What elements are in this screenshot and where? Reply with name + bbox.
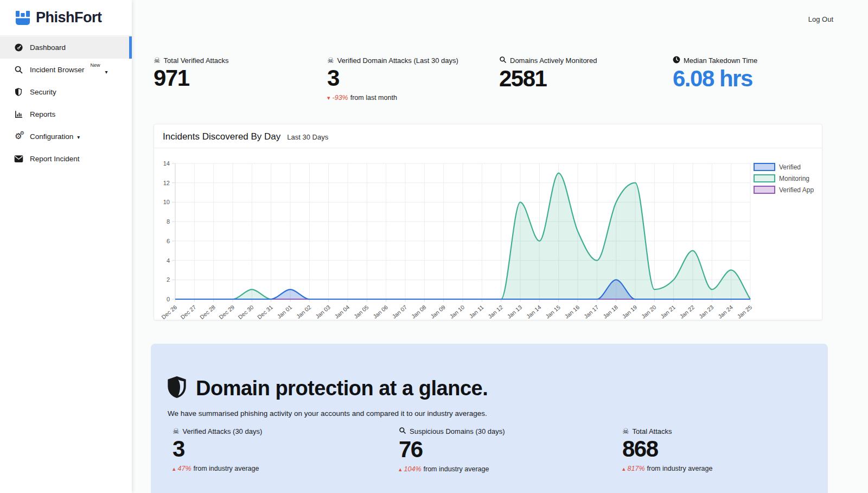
x-axis-label: Jan 01 xyxy=(276,304,293,320)
x-axis-label: Jan 19 xyxy=(621,304,638,320)
stat-label: Suspicious Domains (30 days) xyxy=(410,427,505,435)
x-axis-label: Jan 05 xyxy=(353,304,370,320)
bar-chart-icon xyxy=(14,110,23,119)
x-axis-label: Dec 30 xyxy=(237,304,254,320)
stat-value: 3 xyxy=(173,437,262,461)
delta-percent: 104% xyxy=(404,465,422,473)
gears-icon: ⚙⚙ xyxy=(14,132,23,141)
sidebar-nav: Dashboard Incident Browser New ▾ Securit… xyxy=(0,36,132,170)
shield-icon xyxy=(166,375,188,401)
y-axis-label: 2 xyxy=(167,276,170,283)
legend-label: Verified App xyxy=(779,186,814,194)
stat-label: Total Attacks xyxy=(633,427,672,435)
x-axis-label: Jan 09 xyxy=(429,304,446,320)
stat-value: 3 xyxy=(327,66,458,90)
clock-icon xyxy=(673,56,680,65)
x-axis-label: Jan 03 xyxy=(314,304,331,320)
phishfort-castle-icon xyxy=(14,9,31,27)
stat-delta: ▴ 817% from industry average xyxy=(622,465,712,472)
stat-label: Verified Attacks (30 days) xyxy=(183,427,263,435)
sidebar-item-label: Reports xyxy=(30,110,55,118)
stat-label: Total Verified Attacks xyxy=(164,56,229,65)
sidebar-item-label: Incident Browser xyxy=(30,66,85,74)
skull-icon: ☠ xyxy=(327,56,334,65)
glance-title: Domain protection at a glance. xyxy=(196,377,488,400)
skull-icon: ☠ xyxy=(173,427,180,435)
x-axis-label: Jan 07 xyxy=(391,304,408,320)
x-axis-label: Dec 27 xyxy=(179,304,197,320)
x-axis-label: Jan 23 xyxy=(698,304,715,320)
incidents-chart: 02468101214Dec 26Dec 27Dec 28Dec 29Dec 3… xyxy=(154,148,823,321)
delta-text: from industry average xyxy=(194,465,259,472)
chart-header: Incidents Discovered By Day Last 30 Days xyxy=(154,124,822,148)
logo[interactable]: PhishFort xyxy=(0,0,132,36)
sidebar-item-incident-browser[interactable]: Incident Browser New ▾ xyxy=(0,59,132,81)
legend-label: Monitoring xyxy=(779,175,809,182)
up-caret-icon: ▴ xyxy=(173,466,176,472)
sidebar-item-report-incident[interactable]: Report Incident xyxy=(0,148,132,170)
delta-percent: 817% xyxy=(628,465,645,472)
sidebar-item-label: Dashboard xyxy=(30,43,66,52)
x-axis-label: Jan 18 xyxy=(602,304,619,320)
search-icon xyxy=(499,56,507,65)
chevron-down-icon[interactable]: ▾ xyxy=(105,69,108,75)
main-content: Log Out ☠Total Verified Attacks 971 ☠Ver… xyxy=(132,0,868,493)
stat-value: 6.08 hrs xyxy=(673,67,757,91)
sidebar-item-configuration[interactable]: ⚙⚙ Configuration ▾ xyxy=(0,125,132,148)
sidebar-item-label: Security xyxy=(30,88,56,96)
stat-total-attacks: ☠Total Attacks 868 ▴ 817% from industry … xyxy=(622,427,712,472)
gauge-icon xyxy=(14,43,23,52)
x-axis-label: Jan 22 xyxy=(678,304,695,320)
legend-swatch xyxy=(754,163,775,170)
chevron-down-icon: ▾ xyxy=(77,134,80,140)
stat-label: Verified Domain Attacks (Last 30 days) xyxy=(337,56,458,65)
x-axis-label: Jan 25 xyxy=(736,304,753,320)
x-axis-label: Jan 14 xyxy=(525,304,542,320)
stat-median-takedown-time: Median Takedown Time 6.08 hrs xyxy=(673,56,757,91)
delta-text: from last month xyxy=(350,94,397,102)
stat-verified-attacks-30d: ☠Verified Attacks (30 days) 3 ▴ 47% from… xyxy=(173,427,262,472)
x-axis-label: Jan 04 xyxy=(333,304,350,320)
search-icon xyxy=(399,427,406,436)
glance-subtitle: We have summarised phishing activity on … xyxy=(168,409,487,418)
sidebar-item-security[interactable]: Security xyxy=(0,81,132,103)
legend-item-verified[interactable]: Verified xyxy=(754,163,801,171)
x-axis-label: Jan 20 xyxy=(640,304,658,320)
x-axis-label: Jan 08 xyxy=(410,304,427,320)
sidebar-item-label: Report Incident xyxy=(30,155,80,163)
x-axis-label: Jan 11 xyxy=(468,304,484,319)
stat-total-verified-attacks: ☠Total Verified Attacks 971 xyxy=(154,56,229,90)
legend-swatch xyxy=(754,175,775,182)
delta-text: from industry average xyxy=(647,465,713,472)
x-axis-label: Jan 10 xyxy=(448,304,465,320)
stat-value: 76 xyxy=(399,438,505,462)
x-axis-label: Dec 29 xyxy=(218,304,235,320)
y-axis-label: 8 xyxy=(167,218,170,225)
up-caret-icon: ▴ xyxy=(622,466,626,472)
chart-title: Incidents Discovered By Day xyxy=(163,131,280,142)
x-axis-label: Jan 02 xyxy=(295,304,312,320)
legend-item-monitoring[interactable]: Monitoring xyxy=(754,175,809,182)
x-axis-label: Jan 24 xyxy=(717,304,734,320)
x-axis-label: Jan 16 xyxy=(563,304,580,320)
stat-suspicious-domains-30d: Suspicious Domains (30 days) 76 ▴ 104% f… xyxy=(399,427,505,473)
y-axis-label: 4 xyxy=(167,257,170,264)
y-axis-label: 0 xyxy=(167,296,170,302)
x-axis-label: Jan 13 xyxy=(506,304,523,320)
logout-button[interactable]: Log Out xyxy=(808,15,833,23)
x-axis-label: Jan 12 xyxy=(487,304,504,320)
legend-item-verified-app[interactable]: Verified App xyxy=(754,186,814,194)
stat-value: 868 xyxy=(622,437,712,461)
app-title: PhishFort xyxy=(36,9,102,26)
legend-label: Verified xyxy=(779,163,801,171)
chart-subtitle: Last 30 Days xyxy=(287,133,328,141)
x-axis-label: Jan 17 xyxy=(583,304,600,320)
y-axis-label: 12 xyxy=(163,180,170,186)
y-axis-label: 6 xyxy=(167,238,170,244)
down-caret-icon: ▾ xyxy=(327,95,330,101)
search-icon xyxy=(14,65,23,74)
sidebar-item-reports[interactable]: Reports xyxy=(0,103,132,125)
stat-value: 2581 xyxy=(499,67,597,91)
stat-value: 971 xyxy=(154,66,229,90)
sidebar-item-dashboard[interactable]: Dashboard xyxy=(0,36,132,59)
